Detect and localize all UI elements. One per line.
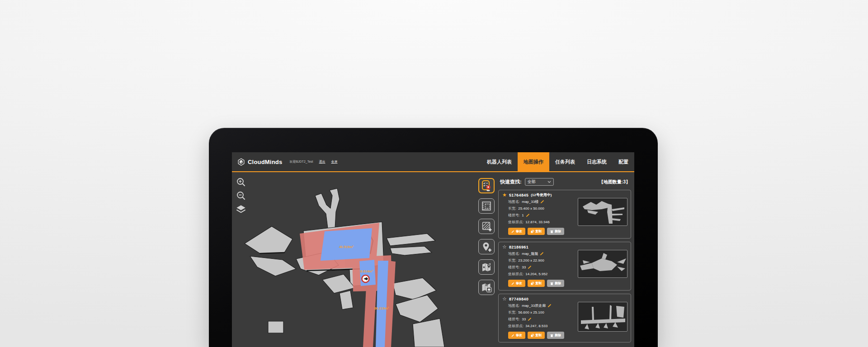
card-actions: 修改 复制 删除 — [508, 332, 627, 339]
brand-name: CloudMinds — [248, 159, 282, 165]
favorite-star-icon[interactable]: ☆ — [502, 296, 507, 301]
measure-select-icon — [481, 201, 492, 211]
map-size-value: 56.600 x 25.100 — [518, 309, 544, 316]
map-zoom-controls — [236, 177, 246, 214]
session-info: 欢迎BJDT2_Test 退出 全屏 — [289, 159, 337, 164]
tool-add-point-button[interactable] — [478, 239, 495, 254]
field-label: 长宽: — [508, 205, 516, 212]
map-id: 82186961 — [509, 245, 528, 249]
add-region-icon — [481, 221, 492, 232]
copy-map-button[interactable]: 复制 — [528, 280, 545, 287]
fullscreen-link[interactable]: 全屏 — [331, 159, 338, 164]
map-canvas[interactable]: 40.519m² 8.614m² 80.219m² — [232, 172, 476, 347]
logout-link[interactable]: 退出 — [319, 159, 326, 164]
upload-map-icon — [481, 282, 492, 293]
area-label-1: 40.519m² — [339, 245, 354, 249]
map-name-value: map_33层走廊 — [522, 302, 546, 309]
delete-map-button[interactable]: 删除 — [547, 280, 564, 287]
favorite-star-icon[interactable]: ★ — [502, 192, 507, 197]
pencil-icon — [511, 230, 514, 233]
edit-map-button[interactable]: 修改 — [508, 228, 525, 235]
robot-position-marker[interactable] — [362, 275, 369, 282]
tool-add-region-button[interactable] — [478, 219, 495, 234]
copy-icon — [531, 230, 534, 233]
field-label: 长宽: — [508, 309, 516, 316]
copy-icon — [531, 282, 534, 285]
delete-map-button[interactable]: 删除 — [547, 228, 564, 235]
map-id: 51764845 — [509, 193, 528, 197]
add-point-icon — [481, 241, 492, 252]
trash-icon — [550, 282, 553, 285]
zoom-in-button[interactable] — [236, 177, 246, 187]
map-thumbnail-image — [578, 250, 627, 278]
field-label: 地图名: — [508, 250, 520, 257]
edit-name-icon[interactable] — [547, 304, 552, 308]
top-navbar: CloudMinds 欢迎BJDT2_Test 退出 全屏 机器人列表 地图操作… — [232, 152, 634, 172]
map-tool-column — [476, 172, 497, 347]
field-label: 楼层号: — [508, 264, 520, 271]
edit-name-icon[interactable] — [540, 252, 544, 256]
map-card[interactable]: ★ 51764845 (12号使用中) 地图名:map_33楼 长宽:25.40… — [498, 190, 631, 239]
tool-map-list-button[interactable] — [478, 178, 495, 193]
nav-log-system[interactable]: 日志系统 — [581, 152, 613, 172]
edit-name-icon[interactable] — [540, 200, 544, 204]
tool-upload-map-button[interactable] — [478, 280, 495, 295]
brand: CloudMinds — [237, 158, 282, 166]
map-origin-value: 34.247, 8.533 — [525, 323, 547, 329]
map-card[interactable]: ☆ 87749840 地图名:map_33层走廊 长宽:56.600 x 25.… — [498, 294, 631, 342]
copy-map-button[interactable]: 复制 — [528, 332, 545, 339]
pencil-icon — [511, 334, 514, 337]
area-label-2: 8.614m² — [360, 269, 373, 273]
map-id: 87749840 — [509, 297, 528, 301]
field-label: 楼层号: — [508, 212, 520, 219]
map-thumbnail — [578, 198, 627, 226]
occupancy-grid-map: 40.519m² 8.614m² 80.219m² — [232, 172, 476, 347]
card-title-row: ☆ 87749840 — [502, 296, 627, 301]
nav-map-operations[interactable]: 地图操作 — [518, 152, 549, 172]
favorite-star-icon[interactable]: ☆ — [502, 244, 507, 249]
layers-button[interactable] — [236, 204, 246, 214]
map-filter-select[interactable]: 全部 — [525, 178, 554, 186]
map-count-text: 【地图数量:3】 — [599, 179, 630, 185]
map-with-pin-icon — [481, 262, 492, 272]
copy-map-button[interactable]: 复制 — [528, 228, 545, 235]
edit-floor-icon[interactable] — [526, 213, 530, 217]
trash-icon — [550, 230, 553, 233]
quick-find-label: 快速查找: — [500, 178, 522, 185]
app-window: CloudMinds 欢迎BJDT2_Test 退出 全屏 机器人列表 地图操作… — [232, 152, 634, 347]
map-floor-value: 1 — [522, 212, 524, 219]
field-label: 坐标原点: — [508, 323, 524, 329]
map-size-value: 25.400 x 50.000 — [518, 205, 544, 212]
nav-config[interactable]: 配置 — [613, 152, 634, 172]
map-floor-value: 33 — [522, 316, 526, 323]
map-origin-value: 12.874, 33.946 — [525, 219, 549, 225]
map-status: (12号使用中) — [531, 192, 552, 197]
card-actions: 修改 复制 删除 — [508, 280, 627, 287]
field-label: 楼层号: — [508, 316, 520, 323]
area-label-3: 80.219m² — [374, 306, 389, 310]
main-menu: 机器人列表 地图操作 任务列表 日志系统 配置 — [481, 152, 634, 172]
map-card[interactable]: ☆ 82186961 地图名:map_腿腿 长宽:23.200 x 22.900… — [498, 242, 631, 291]
map-origin-value: 14.204, 5.952 — [525, 271, 547, 277]
map-list-panel: 快速查找: 全部 【地图数量:3】 ★ 51764845 (12号使用中) — [497, 172, 634, 347]
pencil-icon — [511, 282, 514, 285]
edit-map-button[interactable]: 修改 — [508, 280, 525, 287]
map-name-value: map_33楼 — [522, 198, 538, 205]
field-label: 地图名: — [508, 198, 520, 205]
layers-icon — [236, 204, 246, 214]
cloudminds-logo-icon — [237, 158, 245, 166]
field-label: 坐标原点: — [508, 271, 524, 277]
tool-map-pin-button[interactable] — [478, 259, 495, 275]
tool-measure-button[interactable] — [478, 198, 495, 214]
filter-selected-value: 全部 — [528, 179, 536, 185]
edit-floor-icon[interactable] — [528, 317, 532, 321]
nav-robot-list[interactable]: 机器人列表 — [481, 152, 518, 172]
zoom-out-button[interactable] — [236, 191, 246, 201]
field-label: 地图名: — [508, 302, 520, 309]
nav-task-list[interactable]: 任务列表 — [549, 152, 581, 172]
edit-floor-icon[interactable] — [528, 265, 532, 269]
edit-map-button[interactable]: 修改 — [508, 332, 525, 339]
delete-map-button[interactable]: 删除 — [547, 332, 564, 339]
map-name-value: map_腿腿 — [522, 250, 538, 257]
map-thumbnail — [578, 250, 627, 278]
